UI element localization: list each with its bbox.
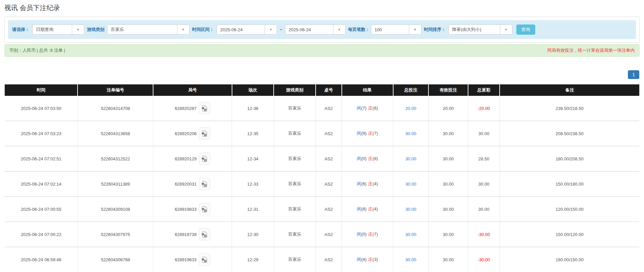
result-player-count: (0) — [361, 156, 367, 161]
cell-round-id: 628920031 — [153, 171, 232, 197]
total-bet-link[interactable]: 30.00 — [405, 207, 416, 212]
cell-round-id: 628919833 — [153, 197, 232, 222]
cell-game-type: 百家乐 — [274, 171, 316, 197]
total-bet-link[interactable]: 30.00 — [405, 182, 416, 187]
cell-bet-id: 522604306788 — [78, 247, 153, 272]
header-valid-bet: 有效投注 — [428, 84, 468, 96]
page-button-1[interactable]: 1 — [628, 70, 639, 79]
result-player-label: 闲 — [357, 232, 361, 237]
video-replay-button[interactable] — [199, 127, 210, 140]
query-type-select[interactable]: 日期查询 ▼ — [32, 25, 84, 35]
result-banker-label: 庄 — [368, 181, 373, 186]
video-replay-button[interactable] — [199, 102, 210, 114]
video-file-icon — [201, 181, 208, 187]
result-banker-label: 庄 — [368, 156, 373, 161]
game-type-value: 百家乐 — [107, 27, 177, 33]
cell-table-no: AS2 — [316, 222, 341, 247]
query-type-label: 请选择： — [12, 27, 30, 33]
cell-result: 闲(0)庄(7) — [342, 222, 393, 247]
video-replay-button[interactable] — [199, 203, 210, 215]
total-bet-link[interactable]: 20.00 — [405, 106, 416, 111]
cell-remark: 180.00/208.50 — [500, 146, 639, 171]
video-replay-button[interactable] — [199, 153, 210, 165]
cell-table-no: AS2 — [316, 197, 341, 222]
header-time: 时间 — [5, 84, 78, 96]
cell-total-bet: 30.00 — [393, 121, 429, 146]
header-remark: 备注 — [500, 84, 639, 96]
result-player-count: (6) — [361, 181, 367, 186]
sort-order-select[interactable]: 降幂(由大到小) ▼ — [449, 25, 512, 35]
total-bet-link[interactable]: 30.00 — [405, 257, 416, 262]
page-root: 视讯 会员下注纪录 请选择： 日期查询 ▼ 游戏类别 百家乐 ▼ 时间区间： 2… — [0, 0, 644, 272]
cell-session: 12-34 — [232, 146, 274, 171]
round-number: 628920206 — [175, 131, 196, 136]
date-from-select[interactable]: 2025-06-24 ▼ — [217, 25, 277, 35]
page-size-label: 每页笔数 : — [348, 27, 368, 33]
result-player-count: (4) — [361, 257, 367, 262]
query-type-value: 日期查询 — [33, 27, 72, 33]
total-bet-link[interactable]: 30.00 — [405, 131, 416, 136]
cell-result: 闲(7)庄(6) — [342, 96, 393, 121]
result-banker-count: (7) — [373, 232, 378, 237]
result-player-count: (0) — [361, 232, 367, 237]
round-number: 628919633 — [175, 257, 196, 262]
cell-time: 2025-06-24 06:59:48 — [5, 247, 78, 272]
cell-session: 12-36 — [232, 96, 274, 121]
game-type-select[interactable]: 百家乐 ▼ — [107, 25, 189, 35]
video-replay-button[interactable] — [199, 178, 210, 190]
table-body: 2025-06-24 07:03:50522604314708628920287… — [5, 96, 639, 272]
video-replay-button[interactable] — [199, 254, 210, 266]
cell-session: 12-35 — [232, 121, 274, 146]
cell-time: 2025-06-24 07:00:55 — [5, 197, 78, 222]
total-bet-link[interactable]: 30.00 — [405, 232, 416, 237]
header-session: 场次 — [232, 84, 274, 96]
chevron-down-icon: ▼ — [72, 25, 84, 34]
cell-table-no: AS2 — [316, 146, 341, 171]
cell-payout: 30.00 — [468, 121, 500, 146]
header-result: 结果 — [342, 84, 393, 96]
cell-game-type: 百家乐 — [274, 247, 316, 272]
round-number: 628920129 — [175, 156, 196, 161]
cell-bet-id: 522604311389 — [78, 171, 153, 197]
cell-round-id: 628920206 — [153, 121, 232, 146]
page-size-select[interactable]: 100 ▼ — [371, 25, 421, 35]
video-replay-button[interactable] — [199, 228, 210, 240]
cell-session: 12-33 — [232, 171, 274, 197]
table-row: 2025-06-24 07:02:14522604311389628920031… — [5, 171, 639, 197]
filter-panel: 请选择： 日期查询 ▼ 游戏类别 百家乐 ▼ 时间区间： 2025-06-24 … — [4, 16, 640, 43]
cell-bet-id: 522604309108 — [78, 197, 153, 222]
round-number: 628920031 — [175, 182, 196, 187]
cell-time: 2025-06-24 07:03:50 — [5, 96, 78, 121]
cell-round-id: 628920129 — [153, 146, 232, 171]
table-row: 2025-06-24 07:02:51522604312522628920129… — [5, 146, 639, 171]
cell-total-bet: 30.00 — [393, 146, 429, 171]
chevron-down-icon: ▼ — [265, 25, 277, 34]
table-row: 2025-06-24 06:59:48522604306788628919633… — [5, 247, 639, 272]
header-table-no: 桌号 — [316, 84, 341, 96]
date-from-value: 2025-06-24 — [217, 27, 265, 32]
cell-valid-bet: 30.00 — [428, 222, 468, 247]
cell-time: 2025-06-24 07:02:51 — [5, 146, 78, 171]
total-bet-link[interactable]: 30.00 — [405, 156, 416, 161]
cell-valid-bet: 30.00 — [428, 247, 468, 272]
cell-valid-bet: 30.00 — [428, 197, 468, 222]
result-player-label: 闲 — [357, 156, 361, 161]
header-game-type: 游戏类别 — [274, 84, 316, 96]
cell-result: 闲(9)庄(7) — [342, 121, 393, 146]
cell-table-no: AS2 — [316, 96, 341, 121]
cell-session: 12-29 — [232, 247, 274, 272]
cell-total-bet: 30.00 — [393, 197, 429, 222]
video-file-icon — [201, 257, 208, 263]
cell-game-type: 百家乐 — [274, 222, 316, 247]
cell-payout: -30.00 — [468, 247, 500, 272]
query-button[interactable]: 查询 — [516, 25, 535, 35]
date-to-select[interactable]: 2025-06-24 ▼ — [285, 25, 346, 35]
cell-round-id: 628920287 — [153, 96, 232, 121]
cell-total-bet: 20.00 — [393, 96, 429, 121]
result-banker-label: 庄 — [368, 106, 373, 111]
table-row: 2025-06-24 07:03:23522604313658628920206… — [5, 121, 639, 146]
video-file-icon — [201, 105, 208, 112]
cell-total-bet: 30.00 — [393, 222, 429, 247]
cell-remark: 150.00/180.00 — [500, 171, 639, 197]
table-header: 时间 注单编号 局号 场次 游戏类别 桌号 结果 总投注 有效投注 总派彩 备注 — [5, 84, 639, 96]
